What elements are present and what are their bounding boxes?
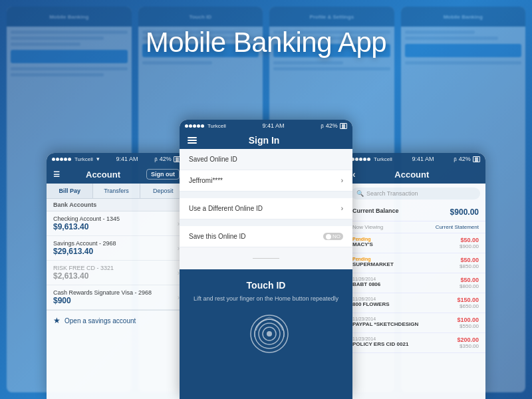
- txn-2-status: Pending: [352, 257, 460, 261]
- save-id-row[interactable]: Save this Online ID NO: [180, 226, 352, 247]
- battery-right: 42%: [459, 156, 471, 162]
- viewing-value[interactable]: Current Statement: [436, 224, 479, 230]
- back-icon-right[interactable]: ‹: [352, 169, 356, 180]
- txn-1-status: Pending: [352, 237, 460, 241]
- cd-name: RISK FREE CD - 3321: [53, 265, 114, 271]
- battery-left: 42%: [160, 156, 172, 162]
- touch-id-section: Touch ID Lift and rest your finger on th…: [180, 269, 352, 399]
- txn-2-amount: $50.00: [460, 257, 479, 263]
- signin-title: Sign In: [249, 135, 280, 146]
- current-balance-label: Current Balance: [352, 207, 399, 217]
- time-right: 9:41 AM: [412, 156, 434, 162]
- section-gap-1: [180, 192, 352, 198]
- txn-3-date: 11/26/2014: [352, 277, 460, 281]
- nav-title-right: Account: [394, 170, 429, 180]
- savings-link[interactable]: Open a savings account: [65, 317, 136, 325]
- nav-bar-left: ☰ Account Sign out: [47, 165, 186, 184]
- tab-bar-left: Bill Pay Transfers Deposit: [47, 184, 186, 199]
- savings-footer[interactable]: ★ Open a savings account: [47, 310, 186, 331]
- tab-bill-pay[interactable]: Bill Pay: [47, 184, 93, 198]
- signin-body: Saved Online ID Jeffromi**** › Use a Dif…: [180, 149, 352, 269]
- signin-nav-bar: Sign In: [180, 132, 352, 149]
- txn-5-balance: $550.00: [457, 323, 479, 329]
- txn-4-merchant: 800 FLOWERS: [352, 301, 457, 307]
- checking-name: Checking Account - 1345: [53, 215, 120, 222]
- battery-icon-right: ▓: [473, 156, 480, 162]
- txn-5-amount: $100.00: [457, 317, 479, 323]
- bluetooth-icon-right: β: [454, 156, 457, 162]
- txn-5[interactable]: 11/23/2014 PAYPAL *SKETCHDESIGN $100.00 …: [346, 313, 485, 333]
- txn-4[interactable]: 11/26/2014 800 FLOWERS $150.00 $650.00: [346, 293, 485, 313]
- saved-online-id-row: Saved Online ID: [180, 149, 352, 170]
- nav-bar-right: ‹ Account: [346, 165, 485, 184]
- txn-4-date: 11/26/2014: [352, 297, 457, 301]
- hamburger-icon-left[interactable]: ☰: [53, 170, 60, 179]
- page-title: Mobile Banking App: [0, 27, 532, 59]
- time-center: 9:41 AM: [262, 122, 284, 129]
- toggle-save-id[interactable]: NO: [323, 233, 343, 240]
- phone-left: Turkcell ▾ 9:41 AM β 42% ▓ ☰ Account Sig…: [47, 153, 186, 399]
- section-gap-2: [180, 219, 352, 226]
- txn-6-amount: $200.00: [457, 336, 479, 343]
- saved-id-label: Saved Online ID: [189, 156, 237, 163]
- balance-row: Current Balance $900.00: [346, 203, 485, 221]
- different-id-label: Use a Different Online ID: [189, 205, 263, 212]
- search-placeholder: Search Transaction: [366, 190, 418, 197]
- jeffromi-row[interactable]: Jeffromi**** ›: [180, 170, 352, 192]
- different-id-row[interactable]: Use a Different Online ID ›: [180, 198, 352, 219]
- hamburger-icon-center[interactable]: [188, 137, 197, 144]
- txn-4-amount: $150.00: [457, 297, 479, 303]
- txn-3-balance: $800.00: [460, 283, 479, 289]
- phone-right: Turkcell 9:41 AM β 42% ▓ ‹ Account 🔍 Sea…: [346, 153, 485, 399]
- bluetooth-icon-left: β: [154, 156, 158, 162]
- chevron-jeffromi: ›: [341, 177, 343, 184]
- battery-center: 42%: [326, 122, 338, 129]
- txn-1-amount: $50.00: [460, 237, 479, 243]
- txn-5-merchant: PAYPAL *SKETCHDESIGN: [352, 321, 457, 327]
- phones-container: Turkcell ▾ 9:41 AM β 42% ▓ ☰ Account Sig…: [0, 120, 532, 399]
- svg-point-4: [267, 331, 272, 336]
- status-bar-center: Turkcell 9:41 AM β 42% ▓: [180, 120, 352, 132]
- cd-balance: $2,613.40: [53, 271, 114, 281]
- user-id-value: Jeffromi****: [189, 177, 223, 184]
- touch-id-subtitle: Lift and rest your finger on the Home bu…: [193, 295, 339, 303]
- txn-6-merchant: POLICY ERS CID 0021: [352, 341, 457, 347]
- viewing-row: Now Viewing Current Statement: [346, 221, 485, 233]
- star-icon: ★: [53, 316, 61, 325]
- tab-transfers[interactable]: Transfers: [93, 184, 140, 198]
- checking-balance: $9,613.40: [53, 222, 120, 231]
- search-bar-right[interactable]: 🔍 Search Transaction: [351, 188, 480, 200]
- account-checking[interactable]: Checking Account - 1345 $9,613.40 ›: [47, 211, 186, 236]
- current-balance-amount: $900.00: [450, 207, 479, 217]
- txn-3[interactable]: 11/26/2014 BABT 0806 $50.00 $800.00: [346, 273, 485, 293]
- battery-icon-center: ▓: [340, 123, 347, 129]
- status-bar-right: Turkcell 9:41 AM β 42% ▓: [346, 153, 485, 165]
- savings-balance: $29,613.40: [53, 247, 116, 256]
- touch-id-title: Touch ID: [193, 280, 339, 291]
- txn-2-merchant: SUPERMARKET: [352, 261, 460, 267]
- bank-accounts-section: Bank Accounts: [47, 199, 186, 211]
- nav-title-left: Account: [86, 170, 120, 180]
- phone-center: Turkcell 9:41 AM β 42% ▓ Sign In Saved O…: [180, 120, 352, 399]
- save-id-label: Save this Online ID: [189, 233, 246, 240]
- txn-1-merchant: MACY'S: [352, 241, 460, 247]
- txn-2[interactable]: Pending SUPERMARKET $50.00 $850.00: [346, 253, 485, 273]
- bluetooth-icon-center: β: [321, 123, 324, 129]
- account-cd[interactable]: RISK FREE CD - 3321 $2,613.40 ›: [47, 261, 186, 285]
- txn-1-balance: $900.00: [460, 243, 479, 249]
- txn-2-balance: $850.00: [460, 263, 479, 269]
- status-bar-left: Turkcell ▾ 9:41 AM β 42% ▓: [47, 153, 186, 165]
- wifi-icon-left: ▾: [96, 156, 100, 162]
- savings-name: Savings Account - 2968: [53, 240, 116, 247]
- txn-1[interactable]: Pending MACY'S $50.00 $900.00: [346, 233, 485, 253]
- carrier-right: Turkcell: [374, 156, 392, 162]
- time-left: 9:41 AM: [116, 156, 138, 162]
- carrier-center: Turkcell: [207, 123, 226, 129]
- account-visa[interactable]: Cash Rewards Signature Visa - 2968 $900 …: [47, 285, 186, 310]
- txn-3-merchant: BABT 0806: [352, 281, 460, 287]
- sign-out-button[interactable]: Sign out: [146, 169, 180, 180]
- txn-5-date: 11/23/2014: [352, 317, 457, 321]
- viewing-label: Now Viewing: [352, 224, 383, 230]
- account-savings[interactable]: Savings Account - 2968 $29,613.40 ›: [47, 236, 186, 261]
- txn-6[interactable]: 11/23/2014 POLICY ERS CID 0021 $200.00 $…: [346, 333, 485, 353]
